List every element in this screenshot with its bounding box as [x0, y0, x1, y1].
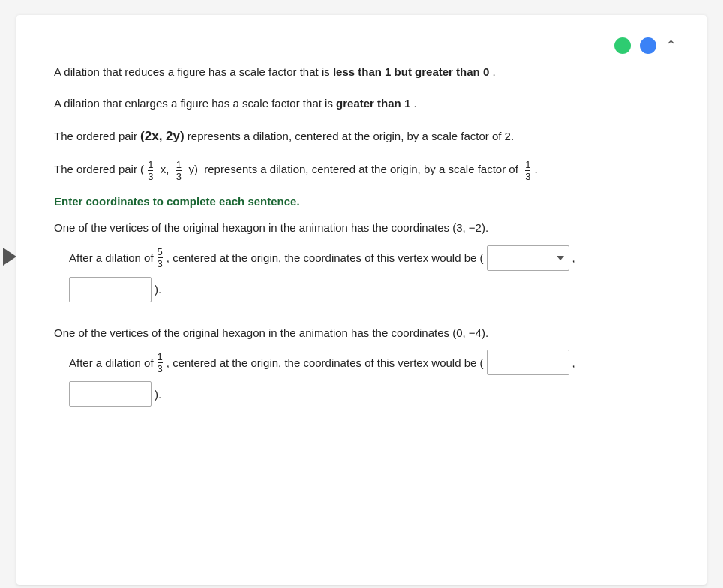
para-third: The ordered pair ( 1 3 x, 1 3 y) represe…: [54, 160, 676, 182]
para-enlarges: A dilation that enlarges a figure has a …: [54, 94, 676, 112]
page-container: ⌃ A dilation that reduces a figure has a…: [16, 15, 706, 585]
dropdown-arrow-icon: [556, 256, 564, 260]
para2-prefix: A dilation that enlarges a figure has a …: [54, 97, 336, 110]
vertex2-block: One of the vertices of the original hexa…: [54, 323, 676, 407]
vertex2-dilation-suffix: , centered at the origin, the coordinate…: [166, 356, 484, 369]
para1-suffix: .: [489, 65, 495, 78]
blue-indicator: [640, 38, 656, 54]
para4-paren-open: (: [140, 164, 144, 176]
vertex2-dilation-label: After a dilation of: [69, 356, 154, 369]
para4-period: .: [535, 164, 538, 176]
vertex2-answer-row: After a dilation of 1 3 , centered at th…: [69, 350, 676, 375]
green-indicator: [614, 38, 631, 54]
frac-1-3-y: 1 3: [176, 160, 182, 182]
vertex1-intro: One of the vertices of the original hexa…: [54, 218, 676, 238]
para3-prefix: The ordered pair: [54, 130, 140, 142]
vertex2-second-row: ).: [69, 381, 676, 406]
vertex2-close: ).: [154, 388, 161, 400]
chevron-up-icon[interactable]: ⌃: [665, 38, 676, 54]
para2-suffix: .: [410, 97, 416, 110]
vertex2-input1[interactable]: [487, 350, 569, 375]
frac-suffix: 1 3: [525, 160, 530, 182]
top-bar: ⌃: [54, 38, 676, 54]
vertex1-dilation-label: After a dilation of: [69, 251, 154, 264]
para1-bold: less than 1 but greater than 0: [333, 65, 489, 78]
vertex1-answer-row: After a dilation of 5 3 , centered at th…: [69, 245, 676, 271]
para2-bold: greater than 1: [336, 97, 410, 110]
para-reduces: A dilation that reduces a figure has a s…: [54, 63, 676, 81]
section-header: Enter coordinates to complete each sente…: [54, 195, 676, 208]
vertex1-dilation-suffix: , centered at the origin, the coordinate…: [166, 251, 484, 264]
vertex1-input2[interactable]: [69, 277, 152, 302]
vertex2-intro: One of the vertices of the original hexa…: [54, 323, 676, 343]
para-2x2y: The ordered pair (2x, 2y) represents a d…: [54, 126, 676, 146]
vertex1-second-row: ).: [69, 277, 676, 302]
arrow-indicator: [3, 248, 16, 266]
para4-prefix: The ordered pair: [54, 164, 140, 176]
vertex1-frac: 5 3: [158, 247, 163, 268]
vertex2-input2[interactable]: [69, 381, 152, 406]
vertex1-close: ).: [154, 283, 161, 296]
vertex1-input1-dropdown[interactable]: [487, 245, 569, 271]
vertex2-frac: 1 3: [158, 352, 163, 374]
vertex1-block: One of the vertices of the original hexa…: [54, 218, 676, 302]
vertex2-comma: ,: [572, 356, 575, 369]
vertex1-comma: ,: [572, 251, 575, 264]
para3-math: (2x, 2y): [140, 129, 184, 143]
frac-1-3-x: 1 3: [148, 160, 153, 182]
para4-suffix: represents a dilation, centered at the o…: [201, 164, 521, 176]
para1-prefix: A dilation that reduces a figure has a s…: [54, 65, 333, 78]
para3-suffix: represents a dilation, centered at the o…: [184, 130, 514, 142]
